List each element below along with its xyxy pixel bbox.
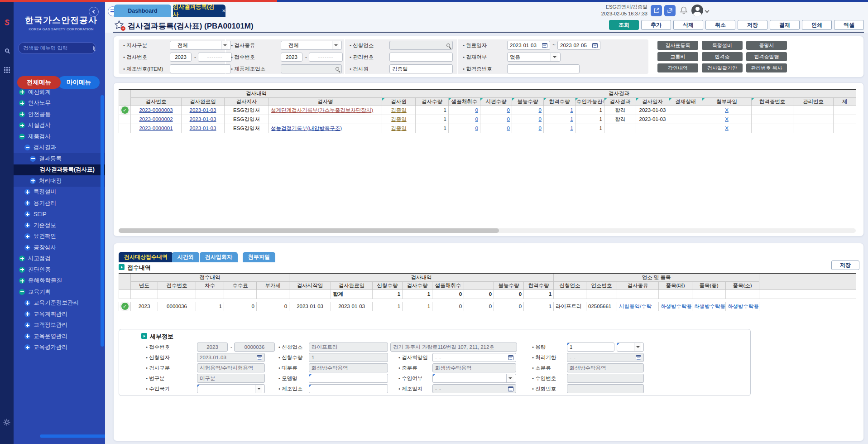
mgmt-no-input[interactable] [389, 53, 453, 62]
plus-icon[interactable] [24, 333, 30, 339]
search-icon[interactable] [93, 46, 95, 50]
excel-button[interactable]: 엑셀 [834, 20, 864, 30]
inspector-link[interactable]: 김종일 [391, 125, 407, 131]
import-yn-select[interactable] [432, 374, 516, 383]
sidebar-item-accident[interactable]: 사고점검 [14, 253, 105, 265]
inspection-no-year-input[interactable]: 2023 [170, 53, 192, 62]
sidebar-item-requirement[interactable]: 요건확인 [14, 231, 105, 242]
plus-icon[interactable] [24, 233, 30, 239]
plus-icon[interactable] [24, 311, 30, 317]
minus-icon[interactable] [19, 134, 25, 140]
pass-qty-link[interactable]: 1 [571, 116, 573, 122]
inspection-no-link[interactable]: 2023-0000003 [139, 107, 173, 113]
sidebar-item-edu-operation[interactable]: 교육운영관리 [14, 331, 105, 342]
approve-button[interactable]: 결재 [770, 20, 800, 30]
hope-date-input[interactable]: - - [432, 353, 516, 362]
popup-link-icon[interactable] [664, 5, 676, 16]
sidebar-hscrollbar[interactable] [40, 434, 105, 438]
apps-grid-icon[interactable] [0, 67, 14, 73]
sample-qty-link[interactable]: 0 [475, 116, 478, 122]
model-input[interactable] [309, 374, 388, 383]
pass-qty-link[interactable]: 1 [571, 107, 573, 113]
scrollbar-thumb[interactable] [119, 228, 499, 233]
mgmt-no-copy-button[interactable]: 관리번호 복사 [746, 63, 787, 72]
plus-icon[interactable] [24, 245, 30, 251]
tab-my-menu[interactable]: 마이메뉴 [58, 76, 100, 89]
row-select-cell[interactable] [119, 124, 131, 133]
fail-qty-link[interactable]: 0 [539, 116, 542, 122]
complete-date-link[interactable]: 2023-01-03 [190, 125, 216, 131]
gear-icon[interactable] [0, 418, 14, 426]
fail-qty-link[interactable]: 0 [539, 125, 542, 131]
inspector-link[interactable]: 김종일 [391, 107, 407, 113]
sidebar-item-facility[interactable]: 시설검사 [14, 120, 105, 131]
transport-fee-button[interactable]: 교통비 [657, 52, 698, 61]
sidebar-item-result-register[interactable]: 결과등록 [14, 153, 105, 164]
sidebar-item-standard-info[interactable]: 기준정보 [14, 220, 105, 231]
complete-date-to[interactable]: 2023-02-05 [557, 41, 600, 50]
sidebar-item-edu-standard[interactable]: 교육기준정보관리 [14, 298, 105, 309]
search-icon[interactable] [446, 43, 450, 47]
calendar-icon[interactable] [508, 355, 513, 360]
sidebar-item-process-ledger[interactable]: 처리대장 [14, 175, 105, 187]
sidebar-item-safety[interactable]: 안전공통 [14, 109, 105, 120]
sidebar-item-hazardous[interactable]: 유해화학물질 [14, 275, 105, 287]
sidebar-item-product-inspection[interactable]: 제품검사 [14, 131, 105, 142]
batch-draft-button[interactable]: 검사일괄기안 [702, 63, 743, 72]
tab-receipt-list[interactable]: 검사대상접수내역 [119, 252, 173, 262]
inspection-name-link[interactable]: 성능검정기록부(내압방폭구조) [271, 125, 342, 131]
calendar-icon[interactable] [542, 43, 547, 48]
item-no-input[interactable] [170, 64, 231, 73]
sidebar-item-customer-info[interactable]: 고객정보관리 [14, 320, 105, 331]
favorite-star-icon[interactable] [114, 20, 124, 30]
pass-cert-issue-button[interactable]: 합격증발행 [746, 52, 787, 61]
tab-attachment[interactable]: 첨부파일 [243, 252, 275, 262]
complete-date-link[interactable]: 2023-01-03 [190, 116, 216, 122]
tab-overtime[interactable]: 시간외 [172, 252, 199, 262]
detail-save-button[interactable]: 저장 [831, 261, 859, 270]
plus-icon[interactable] [19, 122, 25, 128]
pass-cert-button[interactable]: 합격증 [702, 52, 743, 61]
row-select-cell[interactable] [119, 302, 131, 311]
attachment-link[interactable]: X [725, 125, 729, 131]
tab-dashboard[interactable]: Dashboard [114, 5, 171, 17]
minus-icon[interactable] [30, 156, 36, 162]
minus-icon[interactable] [19, 289, 25, 295]
piece-qty-link[interactable]: 0 [507, 116, 510, 122]
print-button[interactable]: 인쇄 [802, 20, 832, 30]
plus-icon[interactable] [19, 89, 25, 95]
calendar-icon[interactable] [592, 43, 598, 48]
search-icon[interactable] [336, 67, 339, 71]
inspection-no-link[interactable]: 2023-0000002 [139, 116, 173, 122]
table-row[interactable]: 2023-0000003 2023-01-03 ESG경영처 설계단계검사기록부… [119, 106, 856, 115]
minus-icon[interactable] [24, 145, 30, 150]
sidebar-item-diagnosis[interactable]: 진단인증 [14, 264, 105, 275]
tab-attendee[interactable]: 검사입회자 [200, 252, 238, 262]
maker-input[interactable] [309, 384, 388, 393]
cert-no-input[interactable] [507, 64, 580, 73]
complete-date-from[interactable]: 2023-01-03 [507, 41, 550, 50]
plus-icon[interactable] [19, 256, 25, 261]
sample-qty-link[interactable]: 0 [475, 107, 478, 113]
plus-icon[interactable] [24, 189, 30, 195]
plus-icon[interactable] [24, 222, 30, 228]
complete-date-link[interactable]: 2023-01-03 [190, 107, 216, 113]
engrave-button[interactable]: 각인내역 [657, 63, 698, 72]
sidebar-item-edu-planning[interactable]: 교육계획관리 [14, 309, 105, 320]
plus-icon[interactable] [24, 322, 30, 328]
plus-icon[interactable] [24, 300, 30, 306]
sidebar-item-factory-audit[interactable]: 공장심사 [14, 242, 105, 253]
plus-icon[interactable] [19, 111, 25, 117]
plus-icon[interactable] [19, 100, 25, 106]
add-button[interactable]: 추가 [641, 20, 671, 30]
avatar[interactable] [691, 5, 703, 16]
plus-icon[interactable] [24, 344, 30, 350]
capacity-unit-select[interactable] [617, 343, 644, 352]
plus-icon[interactable] [30, 178, 36, 184]
sidebar-item-inspection-result[interactable]: 검사결과 [14, 142, 105, 154]
piece-qty-link[interactable]: 0 [507, 125, 510, 131]
receipt-no-serial-input[interactable]: ------- [309, 53, 343, 62]
inspection-no-serial-input[interactable]: ------- [198, 53, 232, 62]
inspection-name-link[interactable]: 설계단계검사기록부(가스누출경보차단장치) [271, 107, 373, 113]
sidebar-item-education-plan[interactable]: 교육기획 [14, 286, 105, 298]
